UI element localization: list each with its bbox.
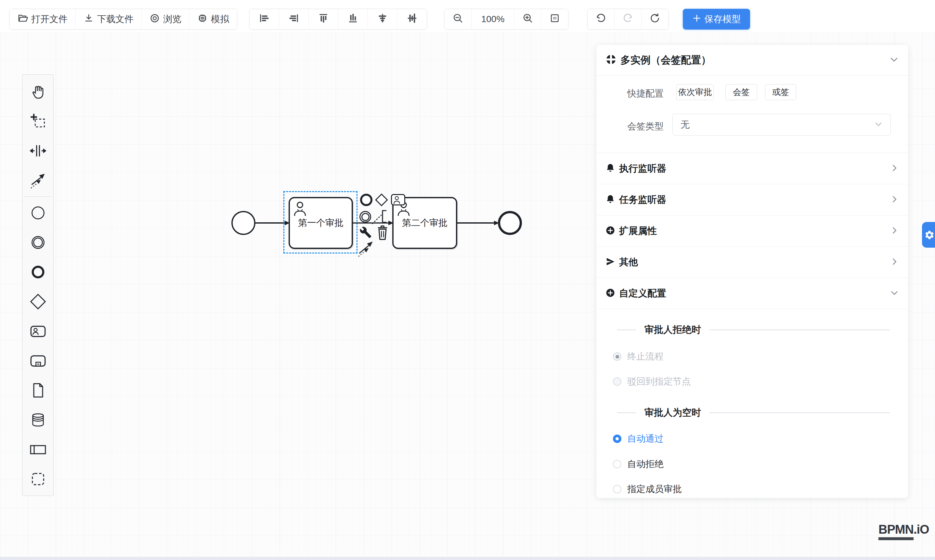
append-user-task-button[interactable] xyxy=(391,194,405,205)
append-gateway-button[interactable] xyxy=(377,195,386,205)
properties-panel: 多实例（会签配置） 快捷配置 依次审批 会签 或签 会签类型 无 xyxy=(597,45,908,498)
palette-separator xyxy=(25,196,51,197)
quick-option-orsign[interactable]: 或签 xyxy=(765,84,796,100)
radio-auto-reject[interactable]: 自动拒绝 xyxy=(613,457,664,471)
align-center-vertical-button[interactable] xyxy=(397,9,427,29)
radio-assign-member[interactable]: 指定成员审批 xyxy=(613,482,682,496)
radio-return-to-node[interactable]: 驳回到指定节点 xyxy=(613,374,691,389)
palette xyxy=(22,74,54,496)
radio-icon xyxy=(613,435,621,443)
preview-label: 浏览 xyxy=(163,13,181,25)
create-gateway[interactable] xyxy=(22,287,53,316)
space-tool[interactable] xyxy=(22,136,53,165)
quick-option-label: 或签 xyxy=(772,86,789,98)
section-execution-listener[interactable]: 执行监听器 xyxy=(597,153,908,184)
settings-tab[interactable] xyxy=(922,222,935,248)
chip-icon xyxy=(197,13,208,26)
refresh-button[interactable] xyxy=(641,9,668,29)
align-left-icon xyxy=(259,13,270,26)
folder-open-icon xyxy=(18,13,28,26)
bell-icon xyxy=(606,194,615,205)
create-data-object[interactable] xyxy=(22,375,53,405)
eye-icon xyxy=(149,13,160,26)
zoom-out-button[interactable] xyxy=(444,9,472,29)
radio-icon xyxy=(613,377,621,386)
section-task-listener[interactable]: 任务监听器 xyxy=(597,184,908,215)
bpmn-editor: 打开文件 下载文件 浏览 模拟 xyxy=(0,0,935,560)
open-file-button[interactable]: 打开文件 xyxy=(10,9,76,29)
radio-terminate-process[interactable]: 终止流程 xyxy=(613,349,664,364)
append-text-annotation-button[interactable] xyxy=(371,208,388,226)
align-center-horizontal-button[interactable] xyxy=(368,9,397,29)
section-label: 扩展属性 xyxy=(619,225,657,238)
append-end-event-button[interactable] xyxy=(360,194,372,206)
create-data-store[interactable] xyxy=(22,405,53,435)
hand-tool[interactable] xyxy=(22,77,53,106)
group-title-reject: 审批人拒绝时 xyxy=(617,323,890,337)
download-file-label: 下载文件 xyxy=(97,13,134,25)
bpmn-io-logo[interactable]: BPMN.iO xyxy=(878,523,929,540)
align-right-button[interactable] xyxy=(279,9,309,29)
radio-icon xyxy=(613,485,621,493)
append-intermediate-event-button[interactable] xyxy=(360,211,371,223)
create-pool[interactable] xyxy=(22,435,53,464)
section-label: 自定义配置 xyxy=(619,287,666,300)
reset-viewport-button[interactable] xyxy=(541,9,568,29)
sign-type-select[interactable]: 无 xyxy=(672,114,891,135)
chevron-right-icon xyxy=(890,163,899,174)
lasso-tool[interactable] xyxy=(22,106,53,136)
chevron-right-icon xyxy=(890,226,899,236)
create-subprocess[interactable] xyxy=(22,346,53,375)
section-custom-config[interactable]: 自定义配置 xyxy=(597,278,908,309)
end-event-icon xyxy=(360,194,372,206)
download-icon xyxy=(83,13,94,26)
align-bottom-button[interactable] xyxy=(338,9,368,29)
global-connect-tool[interactable] xyxy=(22,165,53,195)
align-bottom-icon xyxy=(348,13,358,26)
zoom-toolbar-group: 100% xyxy=(444,9,568,29)
change-type-button[interactable] xyxy=(360,226,372,240)
section-label: 其他 xyxy=(619,256,638,269)
plus-circle-icon xyxy=(606,288,615,299)
gateway-icon xyxy=(375,193,388,206)
start-event[interactable] xyxy=(231,211,255,235)
save-model-button[interactable]: 保存模型 xyxy=(683,9,750,29)
connect-button[interactable] xyxy=(358,240,374,258)
align-center-vertical-icon xyxy=(407,13,418,26)
file-toolbar-group: 打开文件 下载文件 浏览 模拟 xyxy=(9,9,237,29)
preview-button[interactable]: 浏览 xyxy=(142,9,189,29)
create-end-event[interactable] xyxy=(22,257,53,287)
simulate-button[interactable]: 模拟 xyxy=(189,9,237,29)
radio-auto-pass[interactable]: 自动通过 xyxy=(613,432,664,446)
quick-option-sequential[interactable]: 依次审批 xyxy=(676,84,714,100)
undo-button[interactable] xyxy=(587,9,615,29)
task-first-approval[interactable]: 第一个审批 xyxy=(289,197,353,249)
download-file-button[interactable]: 下载文件 xyxy=(76,9,142,29)
align-left-button[interactable] xyxy=(249,9,279,29)
chevron-right-icon xyxy=(890,257,899,268)
user-task-person-icon xyxy=(293,201,307,219)
radio-icon xyxy=(613,352,621,361)
end-event[interactable] xyxy=(498,211,522,235)
section-other[interactable]: 其他 xyxy=(597,247,908,278)
delete-element-button[interactable] xyxy=(377,225,388,242)
align-top-button[interactable] xyxy=(309,9,338,29)
radio-label: 指定成员审批 xyxy=(627,483,682,495)
logo-underline xyxy=(878,537,913,540)
create-group[interactable] xyxy=(22,464,53,494)
section-extended-properties[interactable]: 扩展属性 xyxy=(597,215,908,247)
group-title-text: 审批人拒绝时 xyxy=(644,323,701,336)
panel-header[interactable]: 多实例（会签配置） xyxy=(597,45,908,76)
wrench-icon xyxy=(360,226,372,238)
align-top-icon xyxy=(318,13,329,26)
zoom-in-button[interactable] xyxy=(514,9,541,29)
redo-button[interactable] xyxy=(615,9,641,29)
chevron-down-icon xyxy=(890,288,899,299)
quick-option-countersign[interactable]: 会签 xyxy=(725,84,757,100)
create-user-task[interactable] xyxy=(22,316,53,346)
logo-text: BPMN.iO xyxy=(878,523,929,537)
redo-icon xyxy=(622,13,634,26)
create-intermediate-event[interactable] xyxy=(22,228,53,257)
bell-icon xyxy=(606,163,615,174)
create-start-event[interactable] xyxy=(22,198,53,228)
